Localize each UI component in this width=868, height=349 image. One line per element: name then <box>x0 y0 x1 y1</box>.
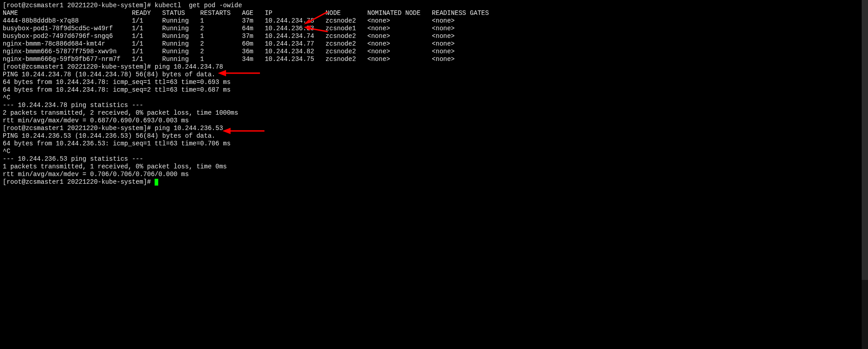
terminal-line: 4444-88b8dddb8-x7q88 1/1 Running 1 37m 1… <box>3 17 865 25</box>
terminal-line: [root@zcsmaster1 20221220-kube-system]# … <box>3 125 865 132</box>
terminal-line: NAME READY STATUS RESTARTS AGE IP NODE N… <box>3 9 865 17</box>
scrollbar-thumb[interactable] <box>862 0 868 280</box>
terminal-line: nginx-bmmm-78c886d684-kmt4r 1/1 Running … <box>3 40 865 48</box>
terminal-line: [root@zcsmaster1 20221220-kube-system]# … <box>3 2 865 9</box>
terminal-line: 2 packets transmitted, 2 received, 0% pa… <box>3 109 865 117</box>
terminal-line: ^C <box>3 94 865 102</box>
cursor <box>155 179 158 186</box>
terminal-line: 1 packets transmitted, 1 received, 0% pa… <box>3 163 865 171</box>
terminal-line: 64 bytes from 10.244.234.78: icmp_seq=2 … <box>3 86 865 94</box>
terminal-line: busybox-pod2-7497d6796f-sngq6 1/1 Runnin… <box>3 33 865 40</box>
terminal-line: nginx-bmmm666-57877f7598-xwv9n 1/1 Runni… <box>3 48 865 56</box>
terminal-line: [root@zcsmaster1 20221220-kube-system]# … <box>3 63 865 71</box>
terminal-line: busybox-pod1-78f9d5cd5c-w49rf 1/1 Runnin… <box>3 25 865 33</box>
terminal-line: rtt min/avg/max/mdev = 0.687/0.690/0.693… <box>3 117 865 125</box>
terminal-line: rtt min/avg/max/mdev = 0.706/0.706/0.706… <box>3 171 865 178</box>
terminal-prompt-line[interactable]: [root@zcsmaster1 20221220-kube-system]# <box>3 178 865 186</box>
terminal-output[interactable]: [root@zcsmaster1 20221220-kube-system]# … <box>3 2 865 186</box>
terminal-line: --- 10.244.234.78 ping statistics --- <box>3 102 865 109</box>
terminal-line: 64 bytes from 10.244.234.78: icmp_seq=1 … <box>3 79 865 86</box>
terminal-line: PING 10.244.236.53 (10.244.236.53) 56(84… <box>3 132 865 140</box>
terminal-line: PING 10.244.234.78 (10.244.234.78) 56(84… <box>3 71 865 79</box>
terminal-line: nginx-bmmm666g-59fb9fb677-nrm7f 1/1 Runn… <box>3 56 865 63</box>
terminal-line: ^C <box>3 148 865 155</box>
terminal-line: --- 10.244.236.53 ping statistics --- <box>3 155 865 163</box>
terminal-line: 64 bytes from 10.244.236.53: icmp_seq=1 … <box>3 140 865 148</box>
